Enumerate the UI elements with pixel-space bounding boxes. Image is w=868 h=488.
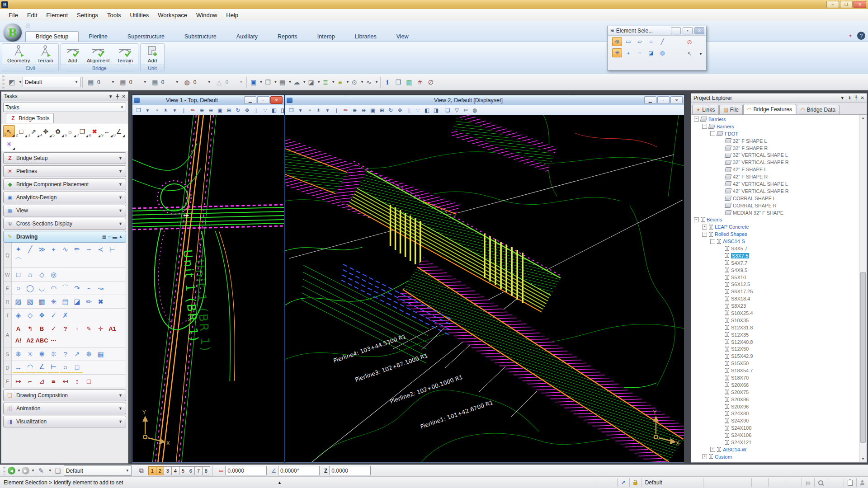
tree-item[interactable]: S10X25.4 bbox=[692, 310, 859, 317]
main-tool-button[interactable]: □ 2 ◢ bbox=[15, 125, 27, 137]
menu-item[interactable]: File bbox=[5, 10, 22, 20]
measure-tool[interactable]: ○ bbox=[60, 362, 71, 373]
cell-tool[interactable]: ? bbox=[60, 348, 71, 360]
pin-icon[interactable]: ╀ bbox=[116, 94, 119, 99]
cell-tool[interactable]: ✱ bbox=[36, 348, 47, 360]
tree-item[interactable]: S3X7.5 bbox=[692, 252, 859, 259]
ribbon-tab[interactable]: View bbox=[387, 32, 419, 42]
tree-item[interactable]: S12X40.8 bbox=[692, 338, 859, 346]
dimension-tool[interactable]: □ bbox=[83, 375, 94, 387]
menu-item[interactable]: Help bbox=[222, 10, 242, 20]
selection-method-tool[interactable]: ✳ bbox=[612, 48, 622, 57]
task-section-header-drawing[interactable]: ✎ Drawing ▦ ≡ ▬ ▲ bbox=[3, 231, 126, 243]
view-tool[interactable]: ❐ bbox=[134, 106, 143, 114]
tag-tool[interactable]: ✗ bbox=[60, 310, 71, 321]
bridge-tools-tab[interactable]: Z Bridge Tools bbox=[6, 113, 54, 123]
ribbon-tab[interactable]: Reports bbox=[268, 32, 307, 42]
scroll-down-arrow[interactable]: ▼ bbox=[861, 455, 865, 462]
tree-item[interactable]: S24X90 bbox=[692, 417, 859, 424]
tree-item[interactable]: S18X70 bbox=[692, 374, 859, 381]
toolbar-dropdown-button[interactable]: ☁▼ bbox=[292, 77, 306, 87]
tasks-combo[interactable]: Tasks▼ bbox=[3, 103, 126, 112]
tree-item[interactable]: − AISC14-S bbox=[692, 238, 859, 245]
ribbon-tab[interactable]: Substructure bbox=[175, 32, 226, 42]
snap-mode-indicator[interactable]: ↗ bbox=[617, 478, 629, 487]
layout-panel-icon[interactable]: ▬ bbox=[113, 235, 117, 239]
view-tool[interactable]: ∵ bbox=[414, 106, 422, 114]
toolbar-dropdown-button[interactable]: ∿▼ bbox=[364, 77, 378, 87]
tree-item[interactable]: 42" VERTICAL SHAPE L bbox=[692, 180, 859, 188]
window-maximize-button[interactable]: ❐ bbox=[840, 1, 853, 8]
explorer-tab[interactable]: ◠ Bridge Data bbox=[797, 105, 840, 114]
task-section-header[interactable]: ◆ Bridge Component Placement ▼ bbox=[3, 178, 126, 190]
view-close-button[interactable]: ✕ bbox=[270, 96, 283, 104]
auto-hide-icon[interactable]: ⇟ bbox=[848, 95, 851, 100]
view-tool[interactable]: ⊞ bbox=[377, 106, 386, 114]
toolbar-button[interactable]: ∅ bbox=[426, 77, 436, 87]
app-icon[interactable]: B bbox=[1, 1, 8, 8]
tree-item[interactable]: S6X17.25 bbox=[692, 288, 859, 295]
toolbar-grip[interactable] bbox=[3, 466, 5, 475]
main-tool-button[interactable]: ⇗ 3 ◢ bbox=[28, 125, 39, 137]
tree-item[interactable]: CORRAL SHAPE R bbox=[692, 202, 859, 209]
view-tool[interactable]: ∵ bbox=[261, 106, 269, 114]
dialog-minimize-button[interactable]: – bbox=[671, 27, 681, 34]
dimension-tool[interactable]: ↦ bbox=[13, 375, 24, 387]
measure-tool[interactable]: ∠ bbox=[36, 362, 47, 373]
attribute-level-control[interactable]: ▤ 0▼ bbox=[85, 77, 116, 88]
help-icon[interactable]: ? bbox=[857, 32, 865, 40]
view2-canvas[interactable]: Pierline4: 103+44.5300 R1 Pierline3: 102… bbox=[285, 115, 684, 462]
main-tool-button[interactable]: ✖ 8 ◢ bbox=[89, 125, 100, 137]
lock-indicator[interactable] bbox=[629, 478, 641, 487]
view-tool[interactable]: ▾ bbox=[323, 106, 332, 114]
ribbon-button[interactable]: Terrain bbox=[34, 44, 57, 64]
layout-grid-icon[interactable]: ▦ bbox=[102, 235, 106, 239]
tree-item[interactable]: S15X50 bbox=[692, 360, 859, 367]
view-tool[interactable]: ✥ bbox=[396, 106, 404, 114]
text-tool[interactable]: ✎ bbox=[83, 323, 94, 334]
tree-item[interactable]: − Barriers bbox=[692, 123, 859, 130]
drawing-tool[interactable]: ✦ bbox=[13, 244, 24, 255]
view-tool[interactable]: | bbox=[252, 106, 260, 114]
toolbar-dropdown-button[interactable]: ◪▼ bbox=[306, 77, 321, 87]
tree-expander[interactable]: + bbox=[710, 447, 715, 452]
view-tool[interactable]: ✏ bbox=[341, 106, 350, 114]
accudraw-compass-icon[interactable]: ✎ bbox=[36, 465, 47, 476]
view-tool[interactable]: ◔ bbox=[152, 106, 161, 114]
pattern-tool[interactable]: ✖ bbox=[95, 296, 106, 307]
view-tool[interactable]: ✥ bbox=[243, 106, 251, 114]
cell-tool[interactable]: ↗ bbox=[71, 348, 83, 360]
view-group-combo[interactable]: Default▼ bbox=[64, 465, 132, 476]
task-section-header[interactable]: ◨ Visualization ▼ bbox=[3, 416, 126, 427]
tree-item[interactable]: MEDIAN 32" F SHAPE bbox=[692, 209, 859, 216]
dialog-expander-icon[interactable]: ▼ bbox=[699, 52, 703, 56]
tree-item[interactable]: CORRAL SHAPE L bbox=[692, 195, 859, 202]
toolbar-button[interactable]: ℹ bbox=[382, 77, 392, 87]
x-coordinate-field[interactable] bbox=[225, 466, 267, 475]
window-close-button[interactable]: ✕ bbox=[854, 1, 866, 8]
view-tool[interactable]: ⊕ bbox=[198, 106, 206, 114]
pin-icon[interactable]: ╀ bbox=[855, 95, 858, 100]
selection-method-tool[interactable]: ＋ bbox=[623, 48, 633, 57]
toolbar-button[interactable]: # bbox=[415, 77, 425, 87]
text-tool[interactable]: A2 bbox=[24, 335, 36, 346]
close-icon[interactable]: ✕ bbox=[122, 94, 126, 99]
view-clip-tool[interactable]: ▽ bbox=[453, 106, 461, 114]
view-tool[interactable]: ◨ bbox=[432, 106, 440, 114]
drawing-tool[interactable]: ◡ bbox=[36, 282, 47, 294]
tree-item[interactable]: S24X106 bbox=[692, 432, 859, 439]
attribute-level-control[interactable]: ▤ 0▼ bbox=[117, 77, 148, 88]
scrollbar-thumb[interactable] bbox=[860, 272, 866, 443]
toolbar-dropdown-button[interactable]: ▤▼ bbox=[277, 77, 292, 87]
pattern-tool[interactable]: ✏ bbox=[83, 296, 94, 307]
tree-item[interactable]: − FDOT bbox=[692, 130, 859, 137]
drawing-tool[interactable]: ◎ bbox=[48, 269, 59, 280]
tree-item[interactable]: S24X80 bbox=[692, 410, 859, 418]
ribbon-button[interactable]: Add bbox=[63, 44, 83, 64]
splitter-marker[interactable]: ▲ bbox=[278, 480, 282, 485]
view-tool[interactable]: ▣ bbox=[368, 106, 377, 114]
view-tool[interactable]: ◧ bbox=[270, 106, 278, 114]
tree-item[interactable]: S24X121 bbox=[692, 439, 859, 446]
active-level-indicator[interactable]: Default bbox=[641, 478, 703, 487]
main-tool-button[interactable]: ∠ 0 ◢ bbox=[113, 125, 125, 137]
